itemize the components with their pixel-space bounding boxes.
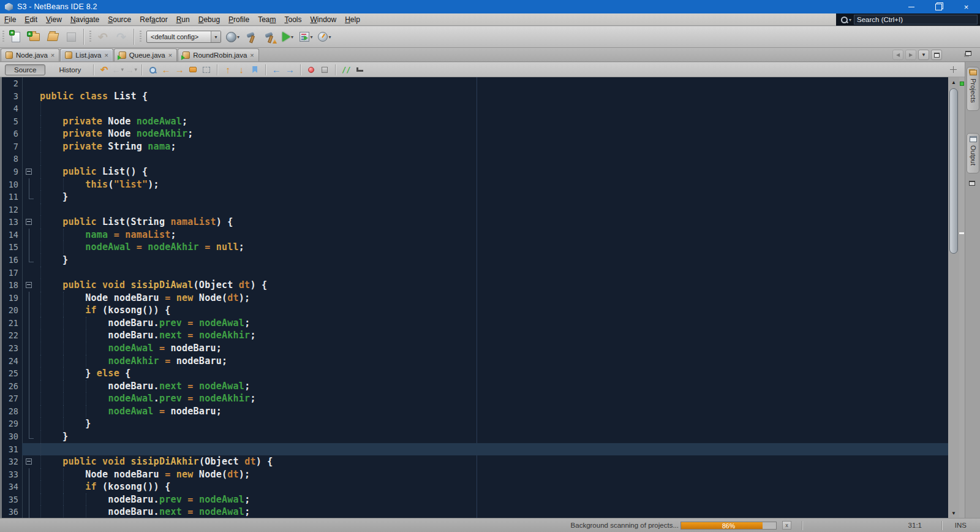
- fold-line: [29, 405, 29, 418]
- tab-close-icon[interactable]: ×: [51, 52, 55, 58]
- history-view-button[interactable]: History: [50, 65, 89, 75]
- config-dropdown-caret[interactable]: ▾: [211, 31, 221, 42]
- tab-list-java[interactable]: List.java×: [60, 48, 113, 61]
- find-previous-button[interactable]: ←: [159, 64, 173, 76]
- cancel-scan-button[interactable]: x: [782, 521, 791, 530]
- menu-item-view[interactable]: View: [42, 14, 66, 25]
- fold-line-end: [29, 430, 29, 438]
- menu-item-debug[interactable]: Debug: [194, 14, 224, 25]
- new-file-button[interactable]: +: [8, 29, 24, 45]
- tab-list-button[interactable]: ▼: [918, 50, 929, 60]
- no-errors-badge[interactable]: [960, 82, 964, 86]
- shift-right-button[interactable]: →: [283, 64, 296, 76]
- search-icon[interactable]: [841, 17, 848, 23]
- profile-project-button[interactable]: ▾: [317, 29, 333, 45]
- tab-roundrobin-java[interactable]: RoundRobin.java×: [178, 48, 259, 61]
- tab-close-icon[interactable]: ×: [250, 52, 254, 58]
- undo-button[interactable]: ↶: [95, 29, 111, 45]
- code-editor[interactable]: 23public class List {45 private Node nod…: [0, 77, 948, 518]
- line-number: 36: [2, 506, 18, 518]
- fold-marker[interactable]: [26, 219, 32, 225]
- menu-item-tools[interactable]: Tools: [280, 14, 306, 25]
- dropdown-caret-icon[interactable]: ▾: [328, 34, 331, 40]
- menu-item-navigate[interactable]: Navigate: [66, 14, 104, 25]
- fold-marker[interactable]: [26, 169, 32, 175]
- globe-button[interactable]: ▾: [225, 29, 241, 45]
- clean-build-button[interactable]: [262, 29, 277, 45]
- quick-search-input[interactable]: [854, 15, 978, 25]
- fold-marker[interactable]: [26, 458, 32, 465]
- tab-scroll-left-button[interactable]: ◀: [892, 50, 903, 60]
- menu-item-run[interactable]: Run: [172, 14, 194, 25]
- java-class-icon: [65, 51, 72, 59]
- tab-close-icon[interactable]: ×: [104, 52, 108, 58]
- dropdown-caret-icon[interactable]: ▾: [310, 34, 312, 40]
- find-selection-button[interactable]: [146, 64, 159, 76]
- last-edit-button[interactable]: ↶: [97, 64, 111, 76]
- record-macro-button[interactable]: [304, 64, 318, 76]
- fold-line-end: [29, 199, 34, 199]
- netbeans-window: S3 - NetBeans IDE 8.2 × FileEditViewNavi…: [0, 0, 980, 532]
- stop-macro-button[interactable]: [318, 64, 331, 76]
- fold-line: [29, 380, 29, 393]
- shift-left-button[interactable]: ←: [270, 64, 283, 76]
- rectangular-selection-button[interactable]: [200, 64, 213, 76]
- tab-scroll-right-button[interactable]: ▶: [905, 50, 916, 60]
- menu-item-source[interactable]: Source: [104, 14, 135, 25]
- projects-dock-tab[interactable]: Projects: [967, 67, 979, 111]
- tab-node-java[interactable]: Node.java×: [1, 48, 59, 61]
- output-dock-label: Output: [970, 145, 977, 165]
- maximize-editor-button[interactable]: [931, 50, 942, 60]
- scrollbar-thumb[interactable]: [949, 88, 958, 254]
- new-project-button[interactable]: +: [26, 29, 42, 45]
- toolbar-separator: [300, 64, 301, 75]
- save-all-button[interactable]: [63, 29, 79, 45]
- dropdown-caret-icon[interactable]: ▾: [237, 34, 239, 40]
- output-dock-tab[interactable]: Output: [967, 133, 979, 173]
- build-project-button[interactable]: [243, 29, 259, 45]
- back-button[interactable]: ←▾: [111, 64, 124, 76]
- fold-marker[interactable]: [26, 282, 32, 288]
- caret-position-mark[interactable]: [959, 232, 964, 234]
- close-button[interactable]: ×: [952, 0, 980, 13]
- tab-queue-java[interactable]: Queue.java×: [114, 48, 177, 61]
- restore-button[interactable]: [925, 0, 952, 13]
- open-project-button[interactable]: [45, 29, 61, 45]
- previous-bookmark-button[interactable]: ↑: [221, 64, 235, 76]
- menu-item-team[interactable]: Team: [254, 14, 280, 25]
- redo-button[interactable]: ↷: [113, 29, 129, 45]
- menu-item-profile[interactable]: Profile: [224, 14, 254, 25]
- menu-item-refactor[interactable]: Refactor: [135, 14, 172, 25]
- scroll-down-button[interactable]: ▼: [948, 508, 959, 518]
- toggle-highlight-button[interactable]: [186, 64, 200, 76]
- line-number: 34: [2, 481, 18, 493]
- source-view-button[interactable]: Source: [5, 64, 45, 75]
- toggle-bookmark-button[interactable]: [248, 64, 262, 76]
- toolbar-separator: [217, 64, 217, 75]
- editor-scrollbar[interactable]: ▲ ▼: [948, 77, 959, 518]
- fold-line-end: [29, 438, 34, 439]
- menu-item-window[interactable]: Window: [306, 14, 341, 25]
- float-window-icon[interactable]: [965, 51, 971, 56]
- comment-button[interactable]: //: [339, 64, 353, 76]
- scroll-up-button[interactable]: ▲: [948, 77, 959, 87]
- minimize-button[interactable]: [897, 0, 925, 13]
- code-text: nodeAwal.prev = nodeAkhir;: [40, 392, 256, 405]
- next-bookmark-button[interactable]: ↓: [235, 64, 248, 76]
- code-text: nodeAkhir = nodeBaru;: [40, 355, 227, 368]
- menu-item-help[interactable]: Help: [341, 14, 364, 25]
- split-editor-icon[interactable]: [950, 66, 957, 73]
- dropdown-caret-icon[interactable]: ▾: [291, 34, 293, 40]
- debug-project-button[interactable]: ▾: [298, 29, 314, 45]
- menu-item-edit[interactable]: Edit: [20, 14, 42, 25]
- float-dock-icon[interactable]: [969, 181, 975, 186]
- run-project-button[interactable]: ▾: [280, 29, 296, 45]
- tab-close-icon[interactable]: ×: [168, 52, 172, 58]
- find-next-button[interactable]: →: [173, 64, 186, 76]
- fold-line: [29, 342, 29, 355]
- forward-button[interactable]: →▾: [124, 64, 138, 76]
- project-config-select[interactable]: <default config> ▾: [146, 31, 221, 43]
- menu-item-file[interactable]: File: [0, 14, 20, 25]
- uncomment-button[interactable]: [353, 64, 366, 76]
- search-dropdown-caret[interactable]: ▾: [849, 17, 851, 23]
